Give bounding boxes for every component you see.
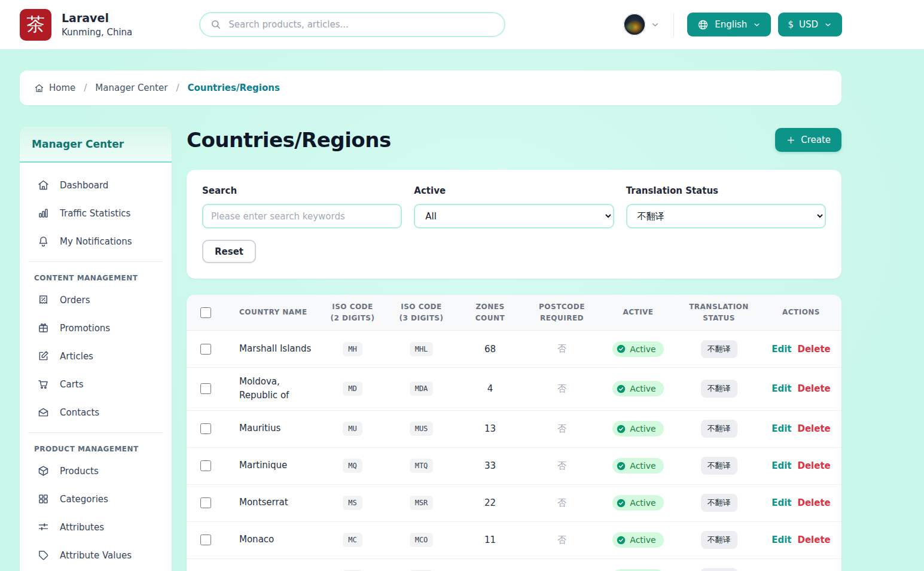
translation-status-cell: 不翻译 (677, 340, 761, 358)
zones-count-cell: 4 (456, 383, 524, 394)
user-avatar[interactable] (624, 14, 645, 35)
search-keywords-input[interactable] (202, 204, 402, 228)
status-badge-label: Active (630, 461, 655, 471)
iso2-cell: MQ (318, 459, 387, 473)
status-badge-label: Active (630, 384, 655, 393)
iso3-chip: MTQ (410, 459, 434, 473)
row-checkbox-cell (187, 460, 222, 471)
row-checkbox-cell (187, 423, 222, 434)
sidebar-item[interactable]: Orders (20, 286, 172, 314)
sidebar-nav: Dashboard Traffic Statistics My Notifica… (20, 163, 172, 571)
sidebar-section-content-management: CONTENT MANAGEMENT (20, 268, 172, 286)
breadcrumb-home[interactable]: Home (34, 83, 75, 93)
sidebar-item[interactable]: Promotions (20, 314, 172, 342)
delete-link[interactable]: Delete (798, 535, 831, 545)
delete-link[interactable]: Delete (798, 497, 831, 508)
active-filter-select[interactable]: All (414, 204, 614, 228)
iso3-cell: MTQ (387, 459, 456, 473)
iso3-cell: MDA (387, 381, 456, 396)
select-all-checkbox[interactable] (200, 307, 211, 318)
page-title: Countries/Regions (187, 128, 391, 152)
currency-button[interactable]: $ USD (778, 13, 842, 36)
sidebar-item[interactable]: Categories (20, 485, 172, 513)
row-checkbox[interactable] (200, 344, 211, 355)
app-logo[interactable]: 茶 (20, 9, 51, 41)
row-checkbox[interactable] (200, 535, 211, 545)
active-cell: Active (599, 495, 677, 511)
actions-cell: Edit Delete (761, 497, 841, 508)
create-button[interactable]: Create (775, 128, 841, 152)
sidebar-item[interactable]: My Notifications (20, 227, 172, 255)
translation-status-filter-select[interactable]: 不翻译 (626, 204, 826, 228)
check-circle-icon (617, 425, 626, 433)
currency-label: USD (799, 19, 818, 30)
zones-count-cell: 11 (456, 535, 524, 545)
sidebar-item-label: Traffic Statistics (60, 208, 130, 219)
active-cell: Active (599, 421, 677, 436)
zones-count-cell: 22 (456, 497, 524, 508)
sidebar-item[interactable]: Articles (20, 342, 172, 370)
delete-link[interactable]: Delete (798, 423, 831, 434)
sidebar-item[interactable]: Traffic Statistics (20, 199, 172, 227)
iso3-cell: MCO (387, 533, 456, 547)
iso2-chip: MS (343, 496, 362, 510)
zones-count-cell: 68 (456, 344, 524, 355)
row-checkbox[interactable] (200, 383, 211, 394)
header-actions: English $ USD (624, 13, 842, 36)
delete-link[interactable]: Delete (798, 460, 831, 471)
language-button[interactable]: English (687, 13, 771, 36)
active-cell: Active (599, 532, 677, 548)
sidebar-group-main: Dashboard Traffic Statistics My Notifica… (20, 171, 172, 255)
search-filter-label: Search (202, 185, 402, 196)
edit-link[interactable]: Edit (771, 423, 791, 434)
row-checkbox-cell (187, 535, 222, 545)
reset-button[interactable]: Reset (202, 240, 256, 263)
status-badge: Active (612, 458, 663, 474)
chevron-down-icon (752, 20, 761, 29)
user-menu-chevron-down-icon[interactable] (650, 20, 660, 30)
row-checkbox[interactable] (200, 423, 211, 434)
edit-link[interactable]: Edit (771, 535, 791, 545)
global-search-input[interactable] (228, 19, 495, 30)
table-header-row: COUNTRY NAME ISO CODE (2 DIGITS) ISO COD… (187, 295, 841, 331)
plus-icon (786, 135, 796, 145)
translation-status-cell: 不翻译 (677, 420, 761, 438)
sidebar-item[interactable]: Attribute Values (20, 541, 172, 569)
row-checkbox[interactable] (200, 460, 211, 471)
sidebar-item[interactable]: Products (20, 457, 172, 485)
iso3-chip: MDA (410, 381, 434, 396)
edit-link[interactable]: Edit (771, 383, 791, 394)
sidebar-item[interactable]: Carts (20, 370, 172, 398)
sidebar-item-label: Orders (60, 295, 90, 306)
iso3-cell: MUS (387, 422, 456, 436)
iso2-chip: MD (343, 381, 362, 396)
country-name-cell: Mauritius (222, 414, 318, 442)
main-content: Countries/Regions Create Search Active (187, 127, 841, 571)
edit-link[interactable]: Edit (771, 497, 791, 508)
header-divider (673, 13, 674, 36)
sidebar-item-label: Articles (60, 351, 93, 362)
sidebar-item[interactable]: Attributes (20, 513, 172, 541)
breadcrumb-manager-center[interactable]: Manager Center (95, 83, 167, 93)
translation-status-filter-label: Translation Status (626, 185, 826, 196)
edit-link[interactable]: Edit (771, 344, 791, 355)
brand-block: Laravel Kunming, China (62, 11, 132, 38)
postcode-required-cell: 否 (524, 383, 599, 395)
postcode-required-cell: 否 (524, 423, 599, 435)
edit-link[interactable]: Edit (771, 460, 791, 471)
iso2-cell: MC (318, 533, 387, 547)
row-checkbox[interactable] (200, 497, 211, 508)
delete-link[interactable]: Delete (798, 383, 831, 394)
iso2-cell: MS (318, 496, 387, 510)
global-search[interactable] (199, 12, 505, 37)
iso3-chip: MUS (410, 422, 434, 436)
sidebar-item[interactable]: Contacts (20, 398, 172, 426)
actions-cell: Edit Delete (761, 535, 841, 545)
table-row: Monaco MC MCO 11 否 Active 不翻译 (187, 522, 841, 559)
sidebar-item[interactable]: Dashboard (20, 171, 172, 199)
sidebar-item-icon (37, 378, 50, 390)
top-header: 茶 Laravel Kunming, China English $ USD (0, 0, 924, 50)
delete-link[interactable]: Delete (798, 344, 831, 355)
chevron-down-icon (824, 20, 832, 29)
sidebar-title: Manager Center (20, 127, 172, 163)
